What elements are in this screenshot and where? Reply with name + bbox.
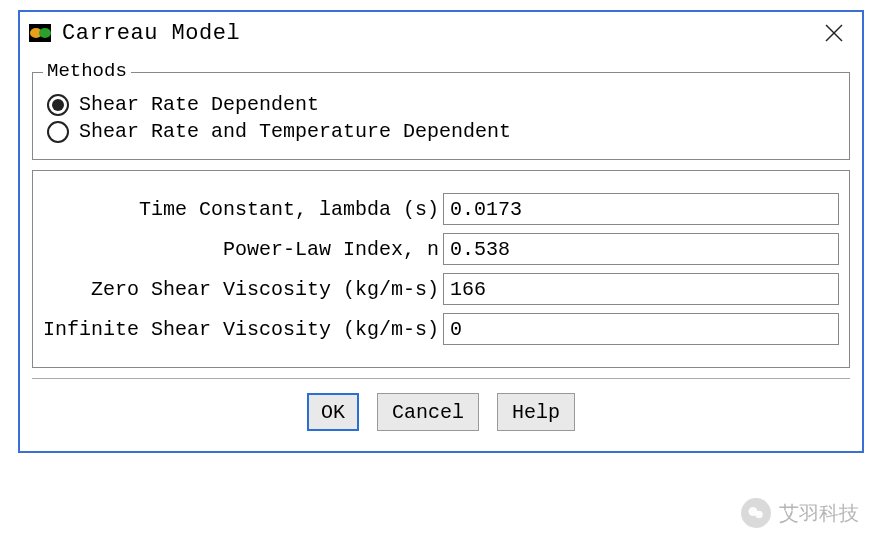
param-label: Infinite Shear Viscosity (kg/m-s) — [43, 318, 443, 341]
infinite-shear-viscosity-input[interactable] — [443, 313, 839, 345]
param-row-zero-shear-viscosity: Zero Shear Viscosity (kg/m-s) — [43, 273, 839, 305]
cancel-button[interactable]: Cancel — [377, 393, 479, 431]
methods-legend: Methods — [43, 60, 131, 82]
watermark-text: 艾羽科技 — [779, 500, 859, 527]
dialog-content: Methods Shear Rate Dependent Shear Rate … — [20, 54, 862, 451]
watermark: 艾羽科技 — [741, 498, 859, 528]
radio-shear-rate-dependent[interactable]: Shear Rate Dependent — [47, 93, 837, 116]
separator — [32, 378, 850, 379]
radio-icon — [47, 94, 69, 116]
radio-selected-dot — [52, 99, 64, 111]
radio-icon — [47, 121, 69, 143]
zero-shear-viscosity-input[interactable] — [443, 273, 839, 305]
param-label: Zero Shear Viscosity (kg/m-s) — [43, 278, 443, 301]
param-label: Power-Law Index, n — [43, 238, 443, 261]
svg-point-5 — [749, 507, 758, 516]
param-row-power-law-index: Power-Law Index, n — [43, 233, 839, 265]
titlebar: Carreau Model — [20, 12, 862, 54]
parameters-panel: Time Constant, lambda (s) Power-Law Inde… — [32, 170, 850, 368]
radio-label: Shear Rate Dependent — [79, 93, 319, 116]
radio-shear-rate-temperature-dependent[interactable]: Shear Rate and Temperature Dependent — [47, 120, 837, 143]
radio-label: Shear Rate and Temperature Dependent — [79, 120, 511, 143]
svg-point-2 — [39, 28, 51, 38]
close-icon — [824, 23, 844, 43]
time-constant-input[interactable] — [443, 193, 839, 225]
carreau-model-dialog: Carreau Model Methods Shear Rate Depende… — [18, 10, 864, 453]
close-button[interactable] — [816, 15, 852, 51]
methods-groupbox: Methods Shear Rate Dependent Shear Rate … — [32, 72, 850, 160]
ok-button[interactable]: OK — [307, 393, 359, 431]
param-label: Time Constant, lambda (s) — [43, 198, 443, 221]
button-row: OK Cancel Help — [30, 393, 852, 441]
param-row-time-constant: Time Constant, lambda (s) — [43, 193, 839, 225]
help-button[interactable]: Help — [497, 393, 575, 431]
window-title: Carreau Model — [62, 21, 240, 46]
power-law-index-input[interactable] — [443, 233, 839, 265]
title-left: Carreau Model — [28, 21, 240, 46]
svg-point-6 — [755, 511, 763, 519]
wechat-icon — [741, 498, 771, 528]
param-row-infinite-shear-viscosity: Infinite Shear Viscosity (kg/m-s) — [43, 313, 839, 345]
app-icon — [28, 21, 52, 45]
